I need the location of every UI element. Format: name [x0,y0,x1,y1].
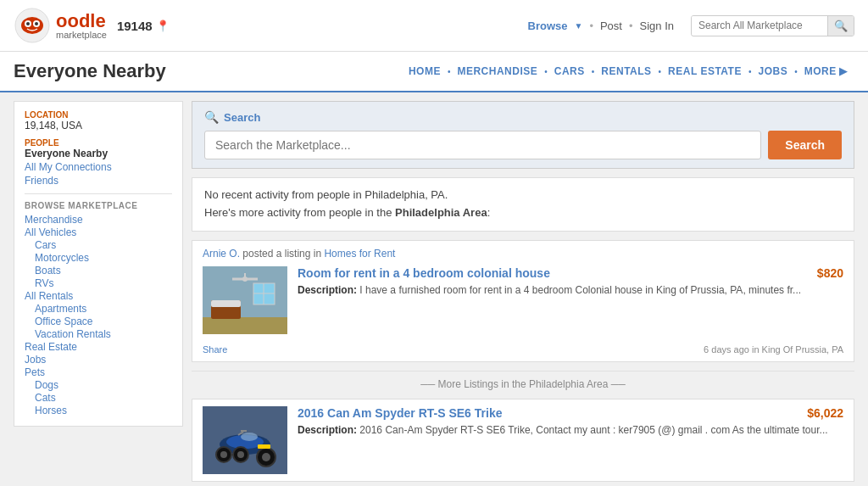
header: oodle marketplace 19148 📍 Browse ▼ • Pos… [0,0,868,52]
listing-image-1 [203,266,287,334]
sidebar: LOCATION 19,148, USA PEOPLE Everyone Nea… [14,101,183,427]
zip-code: 19148 [117,19,153,33]
subnav-title: Everyone Nearby [14,52,166,91]
activity-notice: No recent activity from people in Philad… [192,177,854,232]
search-label-text: Search [224,111,260,124]
listing-title-2[interactable]: 2016 Can Am Spyder RT-S SE6 Trike [298,406,843,420]
svg-rect-27 [258,444,270,449]
people-bold: Everyone Nearby [25,148,172,159]
listing-title-1[interactable]: Room for rent in a 4 bedroom colonial ho… [298,266,843,280]
cat-cars[interactable]: Cars [25,239,172,251]
cat-real-estate[interactable]: Real Estate [25,341,172,353]
location-label: LOCATION [25,110,172,120]
listing-desc-2: Description: 2016 Can-Am Spyder RT-S SE6… [298,423,843,438]
people-label: PEOPLE [25,138,172,148]
subnav: Everyone Nearby HOME • MERCHANDISE • CAR… [0,52,868,92]
oodle-logo-icon [14,7,51,44]
listing-card-2: $6,022 2016 Can Am Spyder RT-S SE6 Trike… [192,399,854,482]
search-form: Search [204,131,842,159]
browse-link[interactable]: Browse [528,20,568,32]
cat-merchandise[interactable]: Merchandise [25,214,172,226]
svg-point-26 [262,453,270,461]
nav-cars[interactable]: CARS [548,65,592,77]
cat-all-vehicles[interactable]: All Vehicles [25,226,172,238]
cat-cats[interactable]: Cats [25,392,172,404]
listing-card-1: Arnie O. posted a listing in Homes for R… [192,240,854,362]
activity-line1: No recent activity from people in Philad… [204,187,842,204]
listing-price-2: $6,022 [807,406,843,420]
more-listings-separator: ── More Listings in the Philadelphia Are… [192,371,854,394]
header-nav: Browse ▼ • Post • Sign In [528,20,675,32]
listing-header-1: Arnie O. posted a listing in Homes for R… [192,241,854,260]
listing-image-2 [203,406,287,474]
friends-link[interactable]: Friends [25,175,172,187]
listing-desc-1: Description: I have a furnished room for… [298,283,843,298]
logo-sub: marketplace [56,31,107,40]
main-layout: LOCATION 19,148, USA PEOPLE Everyone Nea… [0,92,868,486]
category-link-1[interactable]: Homes for Rent [324,248,395,260]
browse-marketplace-label: BROWSE MARKETPLACE [25,201,172,210]
activity-line2-suffix: : [487,206,491,219]
cat-apartments[interactable]: Apartments [25,303,172,315]
svg-rect-11 [203,317,287,334]
activity-line2-prefix: Here's more activity from people in the [204,206,395,219]
search-box: 🔍 Search Search [192,101,854,169]
listing-body-1: $820 Room for rent in a 4 bedroom coloni… [192,260,854,341]
cat-vacation-rentals[interactable]: Vacation Rentals [25,328,172,340]
content-area: 🔍 Search Search No recent activity from … [192,101,854,486]
cat-motorcycles[interactable]: Motorcycles [25,252,172,264]
svg-point-20 [241,433,258,441]
subnav-links: HOME • MERCHANDISE • CARS • RENTALS • RE… [402,65,854,77]
signin-link[interactable]: Sign In [640,20,674,32]
post-link[interactable]: Post [600,20,622,32]
svg-point-4 [26,22,30,25]
more-listings-text: More Listings in the Philadelphia Area [438,378,609,390]
cat-pets[interactable]: Pets [25,366,172,378]
header-search-button[interactable]: 🔍 [827,16,854,36]
nav-jobs[interactable]: JOBS [751,65,794,77]
listing-details-2: $6,022 2016 Can Am Spyder RT-S SE6 Trike… [298,406,843,474]
cat-jobs[interactable]: Jobs [25,354,172,366]
location-value: 19,148, USA [25,120,172,131]
sidebar-divider1 [25,193,172,194]
all-connections-link[interactable]: All My Connections [25,161,172,173]
listing-price-1: $820 [817,266,843,280]
nav-sep1: • [589,20,593,32]
nav-rentals[interactable]: RENTALS [594,65,658,77]
cat-horses[interactable]: Horses [25,405,172,416]
posted-text: posted a listing in [242,248,324,260]
cat-all-rentals[interactable]: All Rentals [25,290,172,302]
search-label: 🔍 Search [204,110,842,124]
nav-merchandise[interactable]: MERCHANDISE [450,65,544,77]
cat-office-space[interactable]: Office Space [25,316,172,327]
cat-boats[interactable]: Boats [25,265,172,277]
nav-home[interactable]: HOME [402,65,448,77]
nav-more[interactable]: MORE ▶ [798,65,854,77]
nav-sep2: • [629,20,633,32]
search-input[interactable] [204,131,761,159]
search-mag-icon: 🔍 [204,110,219,124]
svg-rect-13 [211,300,241,307]
listing-title-row-2: $6,022 2016 Can Am Spyder RT-S SE6 Trike [298,406,843,420]
activity-line2: Here's more activity from people in the … [204,204,842,222]
header-search-input[interactable] [692,16,827,35]
share-link-1[interactable]: Share [203,344,227,355]
svg-point-24 [237,451,244,458]
activity-line2-bold: Philadelphia Area [395,206,487,219]
logo-area: oodle marketplace [14,7,107,44]
cat-rvs[interactable]: RVs [25,277,172,289]
listing-body-2: $6,022 2016 Can Am Spyder RT-S SE6 Trike… [192,399,854,481]
svg-point-5 [35,22,38,25]
listing-details-1: $820 Room for rent in a 4 bedroom coloni… [298,266,843,334]
logo-text-group: oodle marketplace [56,12,107,40]
svg-point-1 [21,17,43,34]
search-submit-button[interactable]: Search [768,131,842,159]
poster-link-1[interactable]: Arnie O. [203,248,240,260]
pin-icon: 📍 [156,20,170,32]
nav-realestate[interactable]: REAL ESTATE [661,65,748,77]
browse-arrow: ▼ [574,21,582,31]
logo-text: oodle [56,12,107,31]
header-search: 🔍 [691,15,854,36]
zip-area: 19148 📍 [117,19,170,33]
cat-dogs[interactable]: Dogs [25,379,172,391]
